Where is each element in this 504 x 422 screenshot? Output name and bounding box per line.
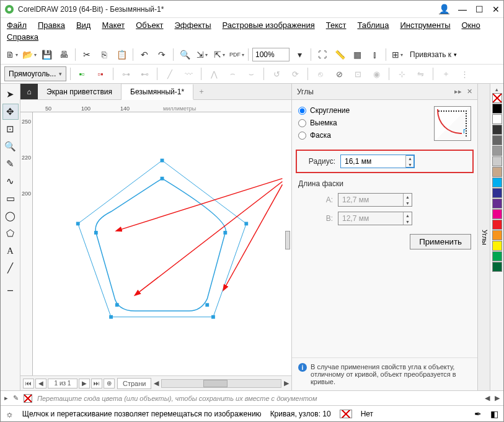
- shape-tool-select[interactable]: Прямоуголь...: [4, 66, 66, 81]
- align-icon[interactable]: ⊹: [394, 66, 409, 81]
- snap-chevron-icon[interactable]: ▾: [454, 52, 457, 58]
- menu-tools[interactable]: Инструменты: [400, 20, 450, 30]
- menu-text[interactable]: Текст: [326, 20, 347, 30]
- color-swatch[interactable]: [492, 104, 502, 114]
- color-swatch[interactable]: [492, 209, 502, 219]
- add-node-icon[interactable]: ▪▫: [74, 66, 89, 81]
- polygon-tool-icon[interactable]: ⬠: [2, 225, 19, 241]
- join-nodes-icon[interactable]: ⊶: [118, 66, 133, 81]
- menu-table[interactable]: Таблица: [357, 20, 389, 30]
- to-line-icon[interactable]: ╱: [162, 66, 177, 81]
- to-curve-icon[interactable]: 〰: [181, 66, 196, 81]
- page-prev-button[interactable]: ◀: [35, 379, 46, 388]
- search-button[interactable]: 🔍: [177, 47, 192, 62]
- color-swatch[interactable]: [492, 262, 502, 272]
- smooth-node-icon[interactable]: ⌢: [225, 66, 240, 81]
- page-last-button[interactable]: ⏭: [91, 379, 102, 388]
- select-all-icon[interactable]: ⋮: [457, 66, 472, 81]
- menu-window[interactable]: Окно: [461, 20, 480, 30]
- opt-round-radio[interactable]: [298, 107, 306, 115]
- color-swatch[interactable]: [492, 146, 502, 156]
- zoom-input[interactable]: [252, 48, 290, 61]
- palette-up-icon[interactable]: ▴: [495, 86, 498, 92]
- opt-scallop[interactable]: Выемка: [298, 119, 428, 127]
- fullscreen-button[interactable]: ⛶: [315, 47, 330, 62]
- menu-bitmaps[interactable]: Растровые изображения: [223, 20, 315, 30]
- menu-help[interactable]: Справка: [7, 32, 38, 42]
- radius-up-icon[interactable]: ▲: [406, 155, 414, 161]
- hscroll-thumb[interactable]: [203, 380, 227, 387]
- artistic-tool-icon[interactable]: ∿: [2, 173, 19, 189]
- maximize-button[interactable]: ☐: [475, 4, 484, 14]
- freehand-tool-icon[interactable]: ✎: [2, 156, 19, 172]
- shape-tool-icon[interactable]: ✥: [2, 104, 19, 120]
- hscroll-track[interactable]: [161, 379, 281, 388]
- break-nodes-icon[interactable]: ⊷: [137, 66, 152, 81]
- opt-chamfer[interactable]: Фаска: [298, 131, 428, 140]
- text-tool-icon[interactable]: A: [2, 243, 19, 259]
- ellipse-tool-icon[interactable]: ◯: [2, 208, 19, 224]
- page-add-button[interactable]: ⊕: [104, 379, 115, 388]
- home-icon-tab[interactable]: ⌂: [20, 84, 38, 99]
- palette-menu-icon[interactable]: ▸: [4, 394, 8, 402]
- scroll-right-button[interactable]: ▶: [284, 379, 289, 387]
- crop-tool-icon[interactable]: ⊡: [2, 121, 19, 137]
- guides-button[interactable]: ⫿: [367, 47, 382, 62]
- color-swatch[interactable]: [492, 220, 502, 230]
- paste-button[interactable]: 📋: [114, 47, 129, 62]
- print-button[interactable]: 🖶: [56, 47, 71, 62]
- dropper-tool-icon[interactable]: ⎯: [2, 277, 19, 294]
- rulers-button[interactable]: 📏: [332, 47, 347, 62]
- palette-right-icon[interactable]: ▶: [495, 394, 500, 402]
- outline-pen-icon[interactable]: ✒: [474, 409, 482, 419]
- color-swatch[interactable]: [492, 114, 502, 124]
- zoom-tool-icon[interactable]: 🔍: [2, 138, 19, 155]
- outline-color-icon[interactable]: ◧: [490, 409, 498, 419]
- dimension-tool-icon[interactable]: ╱: [2, 260, 19, 276]
- opt-scallop-radio[interactable]: [298, 119, 306, 127]
- color-swatch[interactable]: [492, 188, 502, 198]
- redo-button[interactable]: ↷: [154, 47, 169, 62]
- extract-icon[interactable]: ⎋: [313, 66, 328, 81]
- reverse-icon[interactable]: ↺: [269, 66, 284, 81]
- publish-pdf-button[interactable]: PDF: [229, 47, 244, 62]
- opt-chamfer-radio[interactable]: [298, 132, 306, 140]
- color-swatch[interactable]: [492, 135, 502, 145]
- color-swatch[interactable]: [492, 230, 502, 240]
- opt-round[interactable]: Скругление: [298, 106, 428, 115]
- snap-label[interactable]: Привязать к: [410, 50, 451, 59]
- document-tab[interactable]: Безымянный-1*: [122, 84, 193, 100]
- color-swatch[interactable]: [492, 167, 502, 177]
- new-tab-button[interactable]: ＋: [193, 84, 210, 99]
- stretch-icon[interactable]: ⊡: [350, 66, 365, 81]
- pick-tool-icon[interactable]: ➤: [2, 86, 19, 102]
- no-color-swatch[interactable]: [492, 93, 502, 103]
- radius-down-icon[interactable]: ▼: [406, 161, 414, 168]
- menu-file[interactable]: Файл: [7, 20, 27, 30]
- scroll-left-button[interactable]: ◀: [154, 379, 159, 387]
- fill-indicator[interactable]: [340, 410, 352, 418]
- close-button[interactable]: ✕: [492, 4, 500, 14]
- color-swatch[interactable]: [492, 177, 502, 187]
- new-button[interactable]: 🗎: [4, 47, 19, 62]
- copy-button[interactable]: ⎘: [97, 47, 112, 62]
- docker-splitter[interactable]: [285, 231, 290, 249]
- cut-button[interactable]: ✂: [79, 47, 94, 62]
- color-swatch[interactable]: [492, 241, 502, 251]
- snap-button[interactable]: ⊞: [390, 47, 405, 62]
- color-swatch[interactable]: [492, 125, 502, 135]
- elastic-icon[interactable]: ＋: [438, 66, 453, 81]
- export-button[interactable]: ⇱: [212, 47, 227, 62]
- welcome-tab[interactable]: Экран приветствия: [38, 84, 122, 99]
- menu-edit[interactable]: Правка: [38, 20, 65, 30]
- docker-collapse-icon[interactable]: ▸▸: [454, 88, 462, 96]
- close-curve-icon[interactable]: ⊘: [332, 66, 347, 81]
- menu-effects[interactable]: Эффекты: [175, 20, 211, 30]
- account-icon[interactable]: 👤: [439, 4, 449, 14]
- color-swatch[interactable]: [492, 199, 502, 209]
- cusp-node-icon[interactable]: ⋀: [206, 66, 221, 81]
- docker-close-icon[interactable]: ✕: [467, 88, 472, 96]
- import-button[interactable]: ⇲: [195, 47, 210, 62]
- color-swatch[interactable]: [492, 156, 502, 166]
- radius-input[interactable]: [341, 155, 405, 168]
